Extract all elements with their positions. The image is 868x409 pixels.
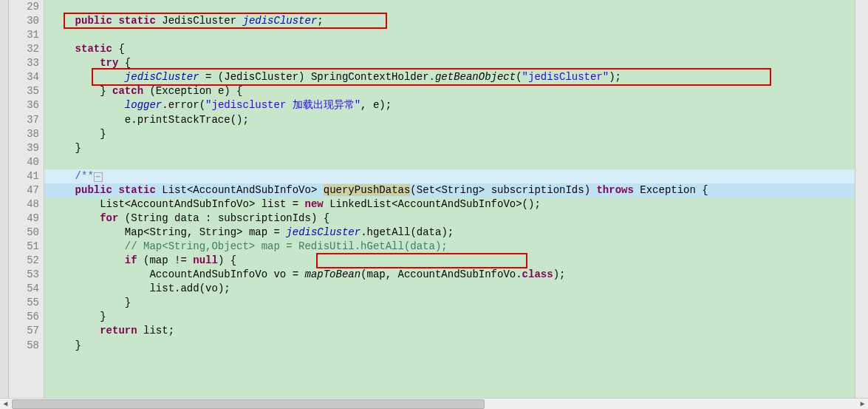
code-line: for (String data : subscriptionIds) {	[44, 212, 855, 226]
line-number: 39	[9, 141, 44, 155]
left-margin	[0, 0, 9, 398]
code-line: try {	[44, 56, 855, 70]
code-line: AccountAndSubInfoVo vo = mapToBean(map, …	[44, 268, 855, 282]
line-number: 47	[9, 183, 44, 197]
code-line: list.add(vo);	[44, 282, 855, 296]
code-line: }	[44, 310, 855, 324]
code-line: }	[44, 127, 855, 141]
line-number: 49	[9, 212, 44, 226]
line-number: 53	[9, 268, 44, 282]
line-number: 35	[9, 84, 44, 98]
code-line: public static JedisCluster jedisCluster;	[44, 14, 855, 28]
line-number: 32	[9, 42, 44, 56]
line-number: 51	[9, 240, 44, 254]
line-number: 57	[9, 324, 44, 338]
line-number: 31	[9, 28, 44, 42]
overview-ruler[interactable]	[855, 0, 868, 398]
code-line: } catch (Exception e) {	[44, 84, 855, 98]
code-editor[interactable]: 29 30 31 32 33 34 35 36 37 38 39 40 41⊞ …	[0, 0, 868, 398]
code-line: }	[44, 141, 855, 155]
line-number: 50	[9, 226, 44, 240]
folded-ellipsis-icon[interactable]: ⋯	[94, 172, 103, 182]
code-line: logger.error("jediscluster 加载出现异常", e);	[44, 98, 855, 112]
code-line: }	[44, 339, 855, 353]
line-number: 30	[9, 14, 44, 28]
line-number: 34	[9, 70, 44, 84]
line-number: 40	[9, 155, 44, 169]
line-number: 36	[9, 98, 44, 112]
line-number: 55	[9, 296, 44, 310]
line-number: 41⊞	[9, 169, 44, 183]
code-line: Map<String, String> map = jedisCluster.h…	[44, 226, 855, 240]
code-line: public static List<AccountAndSubInfoVo> …	[44, 183, 855, 197]
code-line: List<AccountAndSubInfoVo> list = new Lin…	[44, 197, 855, 212]
scrollbar-thumb[interactable]	[12, 399, 485, 409]
line-number: 58	[9, 339, 44, 353]
code-area[interactable]: public static JedisCluster jedisCluster;…	[44, 0, 855, 398]
line-number: 29	[9, 0, 44, 14]
line-number: 54	[9, 282, 44, 296]
line-number: 37	[9, 113, 44, 127]
scroll-left-arrow-icon[interactable]: ◄	[0, 399, 11, 409]
line-number: 38	[9, 127, 44, 141]
line-number: 56	[9, 310, 44, 324]
code-line: // Map<String,Object> map = RedisUtil.hG…	[44, 240, 855, 254]
line-number: 52	[9, 254, 44, 268]
scroll-right-arrow-icon[interactable]: ►	[857, 399, 868, 409]
code-line: static {	[44, 42, 855, 56]
code-line: /**⋯	[44, 169, 855, 183]
code-line: }	[44, 296, 855, 310]
code-line	[44, 155, 855, 169]
code-line: if (map != null) {	[44, 254, 855, 268]
code-line	[44, 28, 855, 42]
code-line: e.printStackTrace();	[44, 113, 855, 127]
horizontal-scrollbar[interactable]: ◄ ►	[0, 398, 868, 409]
code-line: return list;	[44, 324, 855, 338]
line-number-gutter: 29 30 31 32 33 34 35 36 37 38 39 40 41⊞ …	[9, 0, 44, 398]
line-number: 48	[9, 197, 44, 212]
line-number: 33	[9, 56, 44, 70]
code-line: jedisCluster = (JedisCluster) SpringCont…	[44, 70, 855, 84]
code-line	[44, 0, 855, 14]
